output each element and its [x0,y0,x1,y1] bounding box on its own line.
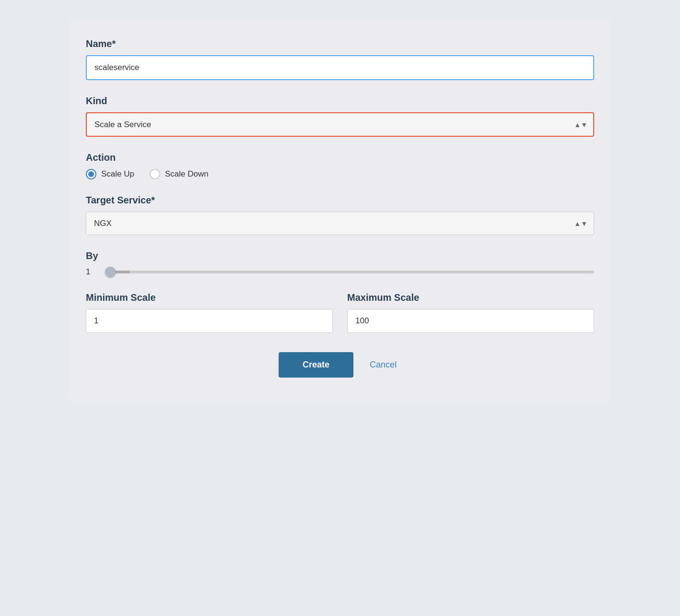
create-button[interactable]: Create [279,352,353,378]
maximum-scale-label: Maximum Scale [347,292,594,303]
target-service-select-wrapper: NGX APP DB ▲▼ [86,212,594,235]
scale-down-radio-circle[interactable] [150,169,160,179]
scale-up-radio-circle[interactable] [86,169,96,179]
scale-up-label: Scale Up [101,169,134,179]
kind-select-wrapper: Scale a Service Scale Up Scale Down ▲▼ [86,112,594,137]
button-row: Create Cancel [86,352,594,378]
by-slider-container: 1 [86,267,594,277]
target-service-select[interactable]: NGX APP DB [86,212,594,235]
target-service-label: Target Service* [86,195,594,206]
kind-field-group: Kind Scale a Service Scale Up Scale Down… [86,95,594,137]
minimum-scale-group: Minimum Scale [86,292,333,333]
target-service-field-group: Target Service* NGX APP DB ▲▼ [86,195,594,235]
action-radio-group: Scale Up Scale Down [86,169,594,179]
scale-down-radio-item[interactable]: Scale Down [150,169,209,179]
cancel-button[interactable]: Cancel [365,352,401,378]
kind-select[interactable]: Scale a Service Scale Up Scale Down [86,112,594,137]
name-label: Name* [86,38,594,49]
action-label: Action [86,152,594,163]
scale-range-group: Minimum Scale Maximum Scale [86,292,594,333]
minimum-scale-label: Minimum Scale [86,292,333,303]
scale-up-radio-item[interactable]: Scale Up [86,169,134,179]
name-input[interactable] [86,55,594,80]
maximum-scale-group: Maximum Scale [347,292,594,333]
maximum-scale-input[interactable] [347,309,594,333]
scale-down-label: Scale Down [165,169,209,179]
action-field-group: Action Scale Up Scale Down [86,152,594,179]
name-field-group: Name* [86,38,594,80]
kind-label: Kind [86,95,594,107]
minimum-scale-input[interactable] [86,309,333,333]
by-field-group: By 1 [86,250,594,277]
scale-service-form: Name* Kind Scale a Service Scale Up Scal… [71,19,609,402]
by-slider[interactable] [105,271,594,273]
by-label: By [86,250,594,261]
slider-value-display: 1 [86,267,95,277]
